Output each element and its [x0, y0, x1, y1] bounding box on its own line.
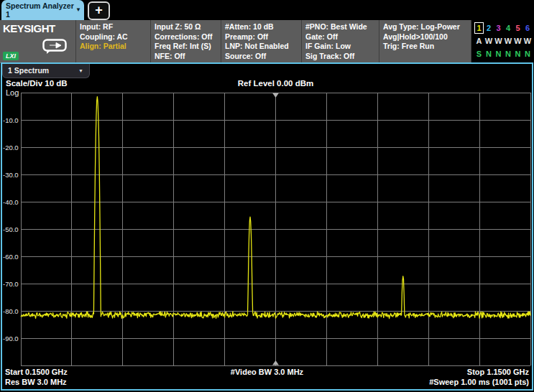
chevron-down-icon[interactable]: ▼	[78, 65, 83, 78]
settings-line: #Atten: 10 dB	[225, 22, 301, 32]
settings-column-avg[interactable]: Avg Type: Log-PowerAvg|Hold>100/100Trig:…	[379, 20, 471, 63]
trace-6-type[interactable]: W	[523, 35, 533, 47]
settings-line: #PNO: Best Wide	[305, 22, 379, 32]
center-freq-marker-bottom	[272, 360, 279, 365]
trace-2-select[interactable]: 2	[484, 22, 494, 34]
tab-title: Spectrum Analyzer 1	[6, 1, 74, 19]
app-tab-bar: Spectrum Analyzer 1 Swept SA ▼ +	[0, 0, 534, 20]
y-axis-tick-label: -40.0	[3, 198, 19, 206]
y-axis-tick-label: -70.0	[3, 280, 19, 288]
trace-3-select[interactable]: 3	[494, 22, 503, 34]
y-axis-tick-label: -80.0	[3, 307, 19, 315]
spectrum-analyzer-screen: Spectrum Analyzer 1 Swept SA ▼ + KEYSIGH…	[0, 0, 534, 392]
settings-line: Input Z: 50 Ω	[155, 22, 221, 32]
annotation-row-1: Start 0.1500 GHz #Video BW 3.0 MHz Stop …	[2, 368, 532, 378]
y-axis-tick-label: -20.0	[3, 144, 19, 151]
trace-5-select[interactable]: 5	[513, 22, 523, 34]
brand-block: KEYSIGHT LXI	[0, 20, 75, 63]
tab-spectrum-analyzer[interactable]: Spectrum Analyzer 1 Swept SA ▼	[1, 0, 84, 20]
measurement-window: 1 Spectrum ▼ Scale/Div 10 dB Ref Level 0…	[1, 62, 533, 391]
trace-1-type[interactable]: A	[474, 35, 484, 47]
settings-line: Trig: Free Run	[383, 42, 471, 52]
video-bw-annotation[interactable]: #Video BW 3.0 MHz	[2, 368, 532, 376]
settings-line: Preamp: Off	[225, 32, 301, 42]
res-bw-annotation[interactable]: Res BW 3.0 MHz	[5, 378, 67, 386]
settings-line: Coupling: AC	[80, 32, 150, 42]
y-axis-tick-label: -60.0	[3, 253, 19, 261]
trace-2-detector[interactable]: N	[484, 48, 494, 60]
settings-line: Freq Ref: Int (S)	[155, 42, 221, 52]
trace-3-type[interactable]: W	[494, 35, 503, 47]
sweep-annotation[interactable]: #Sweep 1.00 ms (1001 pts)	[429, 378, 529, 386]
lxi-badge: LXI	[3, 52, 19, 60]
graticule-grid	[21, 93, 530, 365]
y-axis-tick-label: -30.0	[3, 171, 19, 179]
settings-line: Input: RF	[80, 22, 150, 32]
trace-1-detector[interactable]: S	[474, 48, 484, 60]
trace-4-detector[interactable]: N	[504, 48, 513, 60]
settings-line: Avg|Hold>100/100	[383, 32, 471, 42]
settings-bar: KEYSIGHT LXI Input: RFCoupling: ACAlign:…	[0, 20, 534, 63]
trace-6-detector[interactable]: N	[523, 48, 533, 60]
speech-bubble-arrow-icon	[42, 39, 67, 55]
add-tab-button[interactable]: +	[88, 1, 110, 20]
settings-line: Gate: Off	[305, 32, 379, 42]
measurement-selector[interactable]: 1 Spectrum ▼	[2, 64, 90, 78]
y-axis-tick-label: -90.0	[3, 335, 19, 342]
trace-indicator-row: AWWWWW	[474, 35, 534, 48]
chevron-down-icon[interactable]: ▼	[75, 6, 81, 14]
settings-line: Avg Type: Log-Power	[383, 22, 471, 32]
trace-1-select[interactable]: 1	[474, 22, 484, 34]
trace-3-detector[interactable]: N	[494, 48, 503, 60]
annotation-row-2: Res BW 3.0 MHz #Sweep 1.00 ms (1001 pts)	[2, 378, 532, 388]
trace-2-type[interactable]: W	[484, 35, 494, 47]
ref-level-annotation[interactable]: Ref Level 0.00 dBm	[21, 79, 530, 88]
settings-column-pno[interactable]: #PNO: Best WideGate: OffIF Gain: LowSig …	[301, 20, 379, 63]
trace-indicator-panel: 123456AWWWWWSNNNNN	[471, 20, 534, 63]
settings-line: Sig Track: Off	[305, 52, 379, 62]
measurement-selector-label: 1 Spectrum	[8, 66, 49, 75]
spectrum-graticule: -10.0-20.0-30.0-40.0-50.0-60.0-70.0-80.0…	[2, 91, 532, 370]
settings-line: Align: Partial	[80, 42, 150, 52]
trace-4-select[interactable]: 4	[504, 22, 513, 34]
keysight-logo: KEYSIGHT	[3, 22, 75, 34]
stop-freq-annotation[interactable]: Stop 1.1500 GHz	[467, 368, 529, 376]
trace-indicator-row: 123456	[474, 22, 534, 35]
y-axis-tick-label: -10.0	[3, 116, 19, 124]
trace-indicator-row: SNNNNN	[474, 48, 534, 61]
trace-4-type[interactable]: W	[504, 35, 513, 47]
y-axis-tick-label: -50.0	[3, 225, 19, 233]
trace-6-select[interactable]: 6	[523, 22, 533, 34]
settings-line: NFE: Off	[155, 52, 221, 62]
settings-column-atten[interactable]: #Atten: 10 dBPreamp: OffLNP: Not Enabled…	[221, 20, 301, 63]
center-freq-marker-top	[272, 93, 279, 98]
settings-line: Source: Off	[225, 52, 301, 62]
trace-5-type[interactable]: W	[513, 35, 523, 47]
trace-5-detector[interactable]: N	[513, 48, 523, 60]
settings-column-input[interactable]: Input: RFCoupling: ACAlign: Partial	[75, 20, 150, 63]
settings-line: Corrections: Off	[155, 32, 221, 42]
settings-line: IF Gain: Low	[305, 42, 379, 52]
settings-column-inputz[interactable]: Input Z: 50 ΩCorrections: OffFreq Ref: I…	[150, 20, 221, 63]
settings-line: LNP: Not Enabled	[225, 42, 301, 52]
